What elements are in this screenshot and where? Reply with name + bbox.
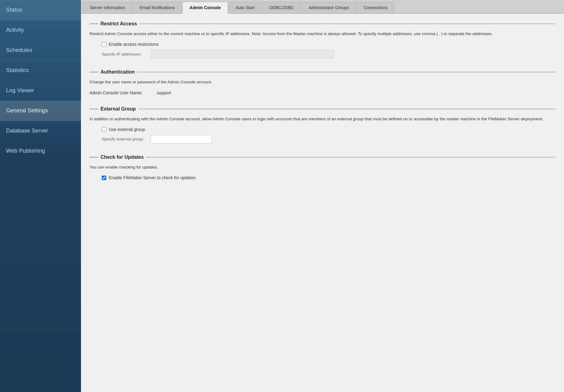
ext-section-line-left: [90, 109, 98, 109]
sidebar-item-web-publishing[interactable]: Web Publishing: [0, 141, 81, 161]
external-group-specify-label: Specify external group:: [102, 137, 151, 141]
sidebar: StatusActivitySchedulesStatisticsLog Vie…: [0, 0, 81, 392]
enable-updates-label[interactable]: Enable FileMaker Server to check for upd…: [109, 175, 196, 180]
ext-section-line-right: [138, 109, 555, 109]
sidebar-item-general-settings[interactable]: General Settings: [0, 101, 81, 121]
sidebar-item-activity[interactable]: Activity: [0, 20, 81, 40]
restrict-access-title: Restrict Access: [101, 21, 137, 27]
updates-section-line-left: [90, 157, 98, 158]
ip-address-label: Specify IP addresses:: [102, 52, 151, 56]
enable-updates-row: Enable FileMaker Server to check for upd…: [102, 175, 555, 180]
tab-administrator-groups[interactable]: Administrator Groups: [302, 2, 356, 13]
auth-section-line-left: [90, 72, 98, 72]
check-updates-section: Check for Updates You can enable checkin…: [90, 154, 555, 180]
user-name-label: Admin Console User Name:: [90, 90, 157, 95]
external-group-title: External Group: [101, 106, 136, 112]
restrict-access-desc: Restrict Admin Console access either to …: [90, 31, 555, 37]
restrict-access-section: Restrict Access Restrict Admin Console a…: [90, 21, 555, 58]
check-updates-header: Check for Updates: [90, 154, 555, 160]
check-updates-desc: You can enable checking for updates.: [90, 164, 555, 170]
user-name-value: support: [157, 90, 171, 95]
external-group-header: External Group: [90, 106, 555, 112]
use-external-group-label[interactable]: Use external group: [109, 127, 145, 132]
authentication-section: Authentication Change the user name or p…: [90, 69, 555, 95]
external-group-input[interactable]: [151, 135, 212, 143]
main-content: Server InformationEmail NotificationsAdm…: [81, 0, 564, 392]
section-line-right: [139, 24, 555, 24]
section-line-left: [90, 24, 98, 24]
sidebar-item-log-viewer[interactable]: Log Viewer: [0, 81, 81, 101]
tab-connections[interactable]: Connections: [357, 2, 394, 13]
enable-access-label[interactable]: Enable access restrictions: [109, 42, 159, 47]
tab-server-information[interactable]: Server Information: [83, 2, 132, 13]
authentication-title: Authentication: [101, 69, 135, 75]
enable-access-checkbox[interactable]: [102, 42, 106, 47]
authentication-desc: Change the user name or password of the …: [90, 79, 555, 85]
external-group-desc: In addition to authenticating with the A…: [90, 116, 555, 122]
check-updates-title: Check for Updates: [101, 154, 144, 160]
tab-admin-console[interactable]: Admin Console: [182, 2, 228, 14]
sidebar-item-statistics[interactable]: Statistics: [0, 60, 81, 81]
enable-updates-checkbox[interactable]: [102, 176, 106, 180]
auth-section-line-right: [137, 72, 555, 72]
tab-bar: Server InformationEmail NotificationsAdm…: [81, 0, 564, 14]
enable-access-restrictions-row: Enable access restrictions: [102, 42, 555, 47]
tab-email-notifications[interactable]: Email Notifications: [133, 2, 182, 13]
sidebar-item-status[interactable]: Status: [0, 0, 81, 20]
sidebar-item-schedules[interactable]: Schedules: [0, 40, 81, 60]
ip-address-row: Specify IP addresses:: [102, 50, 555, 58]
use-external-group-checkbox[interactable]: [102, 127, 106, 132]
external-group-specify-row: Specify external group:: [102, 135, 555, 143]
updates-section-line-right: [146, 157, 555, 158]
tab-auto-start[interactable]: Auto Start: [229, 2, 262, 13]
tab-odbc-jdbc[interactable]: ODBC/JDBC: [262, 2, 301, 13]
sidebar-item-database-server[interactable]: Database Server: [0, 121, 81, 141]
restrict-access-header: Restrict Access: [90, 21, 555, 27]
ip-address-input[interactable]: [151, 50, 334, 58]
external-group-section: External Group In addition to authentica…: [90, 106, 555, 143]
content-panel: Restrict Access Restrict Admin Console a…: [81, 14, 564, 392]
use-external-group-row: Use external group: [102, 127, 555, 132]
user-name-row: Admin Console User Name: support: [90, 90, 555, 95]
authentication-header: Authentication: [90, 69, 555, 75]
